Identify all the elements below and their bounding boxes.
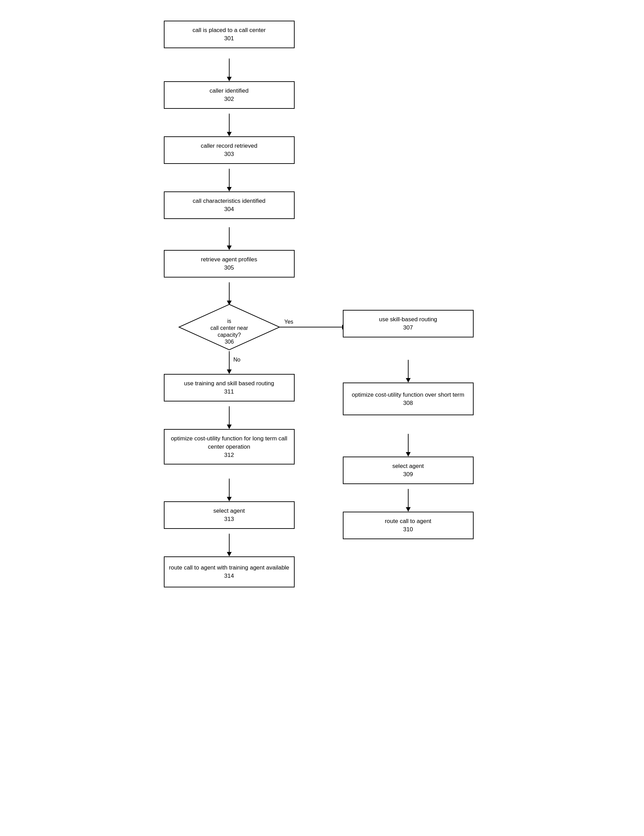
label-303: caller record retrieved <box>201 142 257 150</box>
label-312: optimize cost-utility function for long … <box>168 434 290 451</box>
svg-marker-1 <box>227 77 232 81</box>
label-307: use skill-based routing <box>379 315 437 324</box>
node-303: caller record retrieved 303 <box>164 136 295 164</box>
svg-marker-3 <box>227 132 232 136</box>
svg-text:capacity?: capacity? <box>217 332 241 338</box>
label-301: call is placed to a call center <box>192 26 266 34</box>
flowchart-diagram: No Yes call is placed to a call center 3… <box>150 14 494 822</box>
label-310: route call to agent <box>385 517 431 526</box>
node-302: caller identified 302 <box>164 81 295 109</box>
svg-marker-23 <box>406 378 411 382</box>
num-303: 303 <box>224 150 234 158</box>
num-309: 309 <box>403 470 413 478</box>
label-313: select agent <box>214 507 245 515</box>
label-302: caller identified <box>210 87 248 95</box>
label-311: use training and skill based routing <box>184 379 274 388</box>
label-314: route call to agent with training agent … <box>169 563 289 572</box>
num-304: 304 <box>224 205 234 214</box>
node-306: is call center near capacity? 306 <box>164 303 295 351</box>
svg-marker-14 <box>227 425 232 429</box>
num-314: 314 <box>224 572 234 580</box>
node-301: call is placed to a call center 301 <box>164 21 295 48</box>
node-307: use skill-based routing 307 <box>343 310 474 338</box>
node-305: retrieve agent profiles 305 <box>164 250 295 278</box>
node-309: select agent 309 <box>343 457 474 484</box>
node-311: use training and skill based routing 311 <box>164 374 295 402</box>
node-314: route call to agent with training agent … <box>164 557 295 588</box>
num-302: 302 <box>224 95 234 103</box>
svg-text:No: No <box>233 357 241 362</box>
num-305: 305 <box>224 264 234 272</box>
num-307: 307 <box>403 324 413 332</box>
num-311: 311 <box>224 388 234 396</box>
label-308: optimize cost-utility function over shor… <box>352 391 464 399</box>
svg-marker-7 <box>227 245 232 250</box>
svg-marker-16 <box>227 497 232 501</box>
node-304: call characteristics identified 304 <box>164 191 295 219</box>
label-309: select agent <box>392 462 424 470</box>
svg-marker-11 <box>227 369 232 374</box>
node-308: optimize cost-utility function over shor… <box>343 382 474 415</box>
num-308: 308 <box>403 399 413 407</box>
label-305: retrieve agent profiles <box>201 255 257 264</box>
svg-marker-5 <box>227 187 232 191</box>
label-304: call characteristics identified <box>193 197 266 205</box>
svg-marker-27 <box>406 507 411 512</box>
svg-marker-18 <box>227 552 232 557</box>
svg-text:306: 306 <box>224 339 234 345</box>
num-313: 313 <box>224 515 234 523</box>
num-312: 312 <box>224 451 234 459</box>
svg-marker-25 <box>406 452 411 457</box>
node-310: route call to agent 310 <box>343 512 474 539</box>
svg-text:is: is <box>227 318 231 324</box>
num-301: 301 <box>224 34 234 43</box>
node-313: select agent 313 <box>164 501 295 529</box>
svg-text:call center near: call center near <box>210 325 248 331</box>
node-312: optimize cost-utility function for long … <box>164 429 295 464</box>
num-310: 310 <box>403 526 413 534</box>
